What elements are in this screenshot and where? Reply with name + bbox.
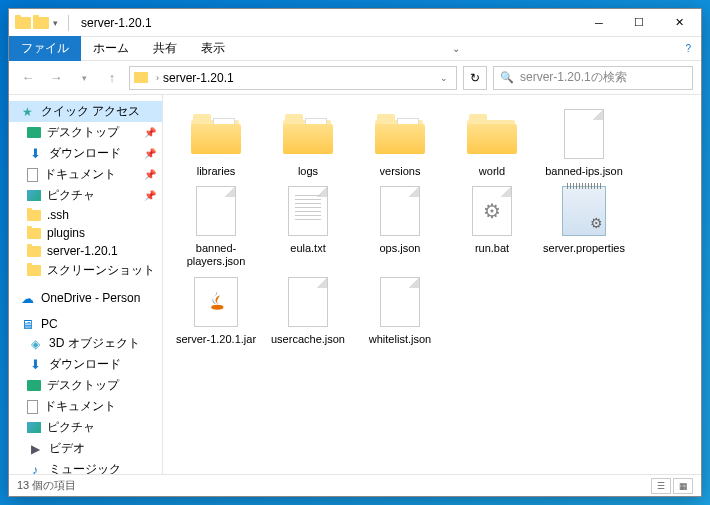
navigation-pane[interactable]: ★クイック アクセス デスクトップ📌 ⬇ダウンロード📌 ドキュメント📌 ピクチャ… bbox=[9, 95, 163, 474]
file-usercache[interactable]: usercache.json bbox=[267, 273, 349, 346]
breadcrumb[interactable]: › server-1.20.1 ⌄ bbox=[129, 66, 457, 90]
back-button[interactable]: ← bbox=[17, 67, 39, 89]
sidebar-pc[interactable]: 🖥PC bbox=[9, 315, 162, 333]
cube-icon: ◈ bbox=[27, 337, 43, 351]
document-icon bbox=[27, 400, 38, 414]
sidebar-plugins[interactable]: plugins bbox=[9, 224, 162, 242]
desktop-icon bbox=[27, 380, 41, 391]
document-icon bbox=[27, 168, 38, 182]
sidebar-pc-desktop[interactable]: デスクトップ bbox=[9, 375, 162, 396]
file-banned-players[interactable]: banned-players.json bbox=[175, 182, 257, 268]
folder-world[interactable]: world bbox=[451, 105, 533, 178]
qat-icon[interactable] bbox=[33, 17, 49, 29]
file-eula[interactable]: eula.txt bbox=[267, 182, 349, 268]
search-placeholder: server-1.20.1の検索 bbox=[520, 69, 627, 86]
sidebar-pc-documents[interactable]: ドキュメント bbox=[9, 396, 162, 417]
file-list[interactable]: libraries logs versions world banned-ips… bbox=[163, 95, 701, 474]
gear-icon: ⚙ bbox=[483, 199, 501, 223]
up-button[interactable]: ↑ bbox=[101, 67, 123, 89]
folder-versions[interactable]: versions bbox=[359, 105, 441, 178]
sidebar-downloads[interactable]: ⬇ダウンロード📌 bbox=[9, 143, 162, 164]
video-icon: ▶ bbox=[27, 442, 43, 456]
desktop-icon bbox=[27, 127, 41, 138]
app-icon bbox=[15, 17, 31, 29]
item-count: 13 個の項目 bbox=[17, 478, 76, 493]
help-icon[interactable]: ? bbox=[675, 43, 701, 54]
window-title: server-1.20.1 bbox=[81, 16, 152, 30]
close-button[interactable]: ✕ bbox=[659, 9, 699, 37]
folder-icon bbox=[27, 246, 41, 257]
folder-icon bbox=[27, 265, 41, 276]
pin-icon: 📌 bbox=[144, 169, 156, 180]
minimize-button[interactable]: ─ bbox=[579, 9, 619, 37]
file-whitelist[interactable]: whitelist.json bbox=[359, 273, 441, 346]
address-bar: ← → ▾ ↑ › server-1.20.1 ⌄ ↻ 🔍 server-1.2… bbox=[9, 61, 701, 95]
recent-dropdown[interactable]: ▾ bbox=[73, 67, 95, 89]
ribbon-tabs: ファイル ホーム 共有 表示 ⌄ ? bbox=[9, 37, 701, 61]
java-icon bbox=[202, 288, 230, 316]
file-ops[interactable]: ops.json bbox=[359, 182, 441, 268]
forward-button[interactable]: → bbox=[45, 67, 67, 89]
download-icon: ⬇ bbox=[27, 147, 43, 161]
sidebar-desktop[interactable]: デスクトップ📌 bbox=[9, 122, 162, 143]
pin-icon: 📌 bbox=[144, 127, 156, 138]
maximize-button[interactable]: ☐ bbox=[619, 9, 659, 37]
path-dropdown-icon[interactable]: ⌄ bbox=[436, 73, 452, 83]
sidebar-server[interactable]: server-1.20.1 bbox=[9, 242, 162, 260]
cloud-icon: ☁ bbox=[19, 291, 35, 305]
chevron-right-icon[interactable]: › bbox=[156, 73, 159, 83]
pictures-icon bbox=[27, 422, 41, 433]
search-input[interactable]: 🔍 server-1.20.1の検索 bbox=[493, 66, 693, 90]
sidebar-3d-objects[interactable]: ◈3D オブジェクト bbox=[9, 333, 162, 354]
qat-dropdown-icon[interactable]: ▾ bbox=[51, 18, 60, 28]
star-icon: ★ bbox=[19, 105, 35, 119]
explorer-window: ▾ server-1.20.1 ─ ☐ ✕ ファイル ホーム 共有 表示 ⌄ ?… bbox=[8, 8, 702, 497]
ribbon-collapse-icon[interactable]: ⌄ bbox=[442, 43, 470, 54]
music-icon: ♪ bbox=[27, 463, 43, 475]
tab-share[interactable]: 共有 bbox=[141, 36, 189, 61]
file-banned-ips[interactable]: banned-ips.json bbox=[543, 105, 625, 178]
sidebar-pc-downloads[interactable]: ⬇ダウンロード bbox=[9, 354, 162, 375]
titlebar[interactable]: ▾ server-1.20.1 ─ ☐ ✕ bbox=[9, 9, 701, 37]
sidebar-quick-access[interactable]: ★クイック アクセス bbox=[9, 101, 162, 122]
pictures-icon bbox=[27, 190, 41, 201]
sidebar-documents[interactable]: ドキュメント📌 bbox=[9, 164, 162, 185]
sidebar-ssh[interactable]: .ssh bbox=[9, 206, 162, 224]
sidebar-pc-music[interactable]: ♪ミュージック bbox=[9, 459, 162, 474]
sidebar-pictures[interactable]: ピクチャ📌 bbox=[9, 185, 162, 206]
refresh-button[interactable]: ↻ bbox=[463, 66, 487, 90]
file-server-properties[interactable]: ⚙server.properties bbox=[543, 182, 625, 268]
gear-icon: ⚙ bbox=[590, 215, 603, 231]
sidebar-pc-pictures[interactable]: ピクチャ bbox=[9, 417, 162, 438]
view-details-button[interactable]: ☰ bbox=[651, 478, 671, 494]
pc-icon: 🖥 bbox=[19, 317, 35, 331]
path-folder-icon bbox=[134, 72, 148, 83]
path-segment[interactable]: server-1.20.1 bbox=[163, 71, 234, 85]
file-server-jar[interactable]: server-1.20.1.jar bbox=[175, 273, 257, 346]
download-icon: ⬇ bbox=[27, 358, 43, 372]
folder-logs[interactable]: logs bbox=[267, 105, 349, 178]
folder-libraries[interactable]: libraries bbox=[175, 105, 257, 178]
folder-icon bbox=[27, 210, 41, 221]
tab-file[interactable]: ファイル bbox=[9, 36, 81, 61]
sidebar-screenshots[interactable]: スクリーンショット bbox=[9, 260, 162, 281]
sidebar-onedrive[interactable]: ☁OneDrive - Person bbox=[9, 289, 162, 307]
pin-icon: 📌 bbox=[144, 190, 156, 201]
folder-icon bbox=[27, 228, 41, 239]
sidebar-pc-videos[interactable]: ▶ビデオ bbox=[9, 438, 162, 459]
tab-view[interactable]: 表示 bbox=[189, 36, 237, 61]
view-icons-button[interactable]: ▦ bbox=[673, 478, 693, 494]
tab-home[interactable]: ホーム bbox=[81, 36, 141, 61]
search-icon: 🔍 bbox=[500, 71, 514, 84]
pin-icon: 📌 bbox=[144, 148, 156, 159]
status-bar: 13 個の項目 ☰ ▦ bbox=[9, 474, 701, 496]
file-run-bat[interactable]: ⚙run.bat bbox=[451, 182, 533, 268]
